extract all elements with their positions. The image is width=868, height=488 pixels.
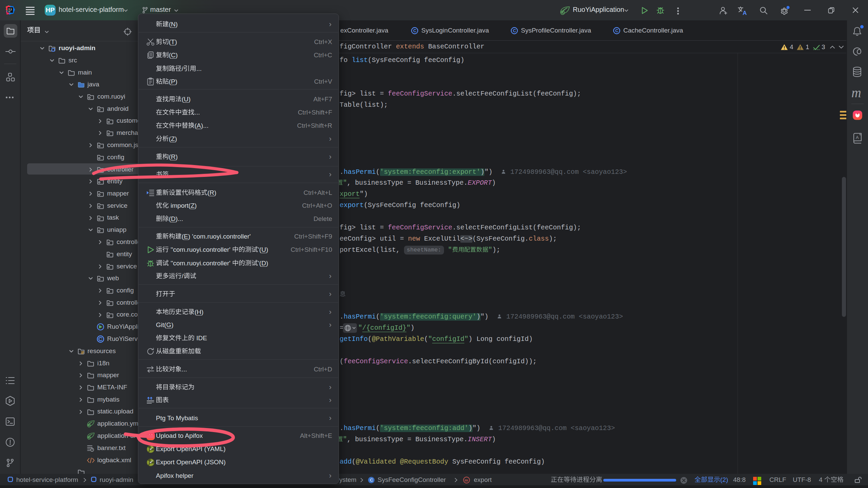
svg-text:C: C — [413, 28, 417, 33]
svg-text:A: A — [856, 135, 859, 140]
svg-text:IJ: IJ — [8, 8, 12, 12]
svg-text:A: A — [743, 10, 747, 16]
svg-text:C: C — [513, 28, 516, 33]
svg-text:C: C — [370, 477, 373, 483]
svg-text:C: C — [615, 28, 619, 33]
svg-text:m: m — [465, 478, 468, 482]
